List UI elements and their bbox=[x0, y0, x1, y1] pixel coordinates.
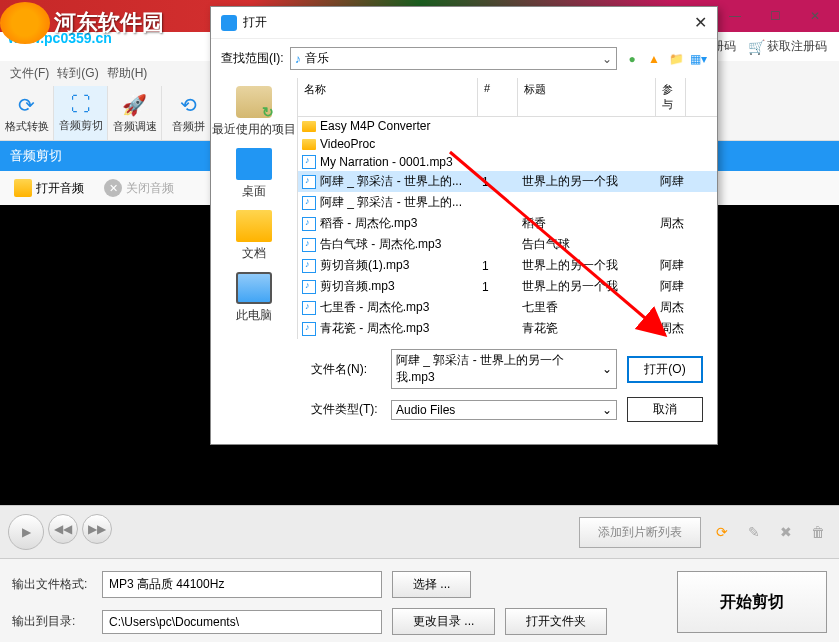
output-panel: 输出文件格式: MP3 高品质 44100Hz 选择 ... 输出到目录: C:… bbox=[0, 559, 839, 642]
menu-help[interactable]: 帮助(H) bbox=[107, 65, 148, 82]
open-folder-button[interactable]: 打开文件夹 bbox=[505, 608, 607, 635]
file-name: 剪切音频.mp3 bbox=[320, 278, 482, 295]
next-button[interactable]: ▶▶ bbox=[82, 514, 112, 544]
start-cut-button[interactable]: 开始剪切 bbox=[677, 571, 827, 633]
audio-file-icon bbox=[302, 259, 316, 273]
col-number[interactable]: # bbox=[478, 78, 518, 116]
back-icon[interactable]: ● bbox=[623, 50, 641, 68]
col-extra[interactable]: 参与 bbox=[656, 78, 686, 116]
get-reg-code-button[interactable]: 🛒获取注册码 bbox=[744, 36, 831, 57]
file-title: 告白气球 bbox=[522, 236, 660, 253]
filename-value: 阿肆 _ 郭采洁 - 世界上的另一个我.mp3 bbox=[396, 352, 602, 386]
pc-icon bbox=[236, 272, 272, 304]
right-controls: ⟳ ✎ ✖ 🗑 bbox=[709, 519, 831, 545]
dialog-close-button[interactable]: ✕ bbox=[694, 13, 707, 32]
window-max-button[interactable]: ☐ bbox=[755, 2, 795, 30]
sidebar-docs[interactable]: 文档 bbox=[236, 210, 272, 262]
music-icon: ♪ bbox=[295, 52, 301, 66]
delete-icon[interactable]: ✖ bbox=[773, 519, 799, 545]
open-dialog: 打开 ✕ 查找范围(I): ♪ 音乐 ⌄ ● ▲ 📁 ▦▾ 最近使用的项目桌面文… bbox=[210, 6, 718, 445]
look-in-combo[interactable]: ♪ 音乐 ⌄ bbox=[290, 47, 617, 70]
file-extra: 阿肆 bbox=[660, 278, 690, 295]
file-title: 世界上的另一个我 bbox=[522, 173, 660, 190]
dialog-app-icon bbox=[221, 15, 237, 31]
toolbar-格式转换[interactable]: ⟳格式转换 bbox=[0, 86, 54, 140]
look-in-label: 查找范围(I): bbox=[221, 50, 284, 67]
file-row[interactable]: 剪切音频(1).mp31世界上的另一个我阿肆 bbox=[298, 255, 717, 276]
file-row[interactable]: 告白气球 - 周杰伦.mp3告白气球 bbox=[298, 234, 717, 255]
file-list-header: 名称 # 标题 参与 bbox=[298, 78, 717, 117]
file-row[interactable]: 阿肆 _ 郭采洁 - 世界上的... bbox=[298, 192, 717, 213]
sidebar-desktop[interactable]: 桌面 bbox=[236, 148, 272, 200]
sidebar-label: 文档 bbox=[242, 245, 266, 262]
new-folder-icon[interactable]: 📁 bbox=[667, 50, 685, 68]
sidebar-recent[interactable]: 最近使用的项目 bbox=[212, 86, 296, 138]
toolbar-音频调速[interactable]: 🚀音频调速 bbox=[108, 86, 162, 140]
chevron-down-icon: ⌄ bbox=[602, 52, 612, 66]
player-bar: ▶ ◀◀ ▶▶ 添加到片断列表 ⟳ ✎ ✖ 🗑 bbox=[0, 505, 839, 559]
file-row[interactable]: 七里香 - 周杰伦.mp3七里香周杰 bbox=[298, 297, 717, 318]
audio-file-icon bbox=[302, 322, 316, 336]
window-min-button[interactable]: — bbox=[715, 2, 755, 30]
file-name: Easy M4P Converter bbox=[320, 119, 482, 133]
col-name[interactable]: 名称 bbox=[298, 78, 478, 116]
file-row[interactable]: 青花瓷 - 周杰伦.mp3青花瓷周杰 bbox=[298, 318, 717, 339]
file-title: 七里香 bbox=[522, 299, 660, 316]
filetype-label: 文件类型(T): bbox=[311, 401, 381, 418]
toolbar-icon: ⛶ bbox=[71, 93, 91, 116]
nav-icons: ● ▲ 📁 ▦▾ bbox=[623, 50, 707, 68]
file-row[interactable]: 剪切音频.mp31世界上的另一个我阿肆 bbox=[298, 276, 717, 297]
file-name: 阿肆 _ 郭采洁 - 世界上的... bbox=[320, 194, 482, 211]
file-list[interactable]: Easy M4P ConverterVideoProcMy Narration … bbox=[298, 117, 717, 339]
output-format-field[interactable]: MP3 高品质 44100Hz bbox=[102, 571, 382, 598]
file-row[interactable]: 稻香 - 周杰伦.mp3稻香周杰 bbox=[298, 213, 717, 234]
file-row[interactable]: 阿肆 _ 郭采洁 - 世界上的...1世界上的另一个我阿肆 bbox=[298, 171, 717, 192]
up-icon[interactable]: ▲ bbox=[645, 50, 663, 68]
play-button[interactable]: ▶ bbox=[8, 514, 44, 550]
watermark-text: 河东软件园 bbox=[54, 8, 164, 38]
dialog-body: 最近使用的项目桌面文档此电脑 名称 # 标题 参与 Easy M4P Conve… bbox=[211, 78, 717, 339]
edit-icon[interactable]: ✎ bbox=[741, 519, 767, 545]
output-dir-field[interactable]: C:\Users\pc\Documents\ bbox=[102, 610, 382, 634]
cart-icon: 🛒 bbox=[748, 39, 765, 55]
col-title[interactable]: 标题 bbox=[518, 78, 656, 116]
folder-icon bbox=[302, 139, 316, 150]
file-row[interactable]: VideoProc bbox=[298, 135, 717, 153]
output-format-label: 输出文件格式: bbox=[12, 576, 92, 593]
file-row[interactable]: My Narration - 0001.mp3 bbox=[298, 153, 717, 171]
file-extra: 周杰 bbox=[660, 215, 690, 232]
toolbar-label: 音频调速 bbox=[113, 119, 157, 134]
toolbar-音频剪切[interactable]: ⛶音频剪切 bbox=[54, 86, 108, 140]
change-dir-button[interactable]: 更改目录 ... bbox=[392, 608, 495, 635]
file-title: 青花瓷 bbox=[522, 320, 660, 337]
window-close-button[interactable]: ✕ bbox=[795, 2, 835, 30]
open-button[interactable]: 打开(O) bbox=[627, 356, 703, 383]
close-audio-button[interactable]: ✕关闭音频 bbox=[98, 177, 180, 199]
choose-format-button[interactable]: 选择 ... bbox=[392, 571, 471, 598]
file-name: VideoProc bbox=[320, 137, 482, 151]
prev-button[interactable]: ◀◀ bbox=[48, 514, 78, 544]
trash-icon[interactable]: 🗑 bbox=[805, 519, 831, 545]
file-extra: 周杰 bbox=[660, 299, 690, 316]
file-name: My Narration - 0001.mp3 bbox=[320, 155, 482, 169]
filename-input[interactable]: 阿肆 _ 郭采洁 - 世界上的另一个我.mp3⌄ bbox=[391, 349, 617, 389]
cancel-button[interactable]: 取消 bbox=[627, 397, 703, 422]
open-audio-button[interactable]: 打开音频 bbox=[8, 177, 90, 199]
look-in-row: 查找范围(I): ♪ 音乐 ⌄ ● ▲ 📁 ▦▾ bbox=[211, 39, 717, 78]
toolbar-音频拼[interactable]: ⟲音频拼 bbox=[162, 86, 216, 140]
audio-file-icon bbox=[302, 196, 316, 210]
view-icon[interactable]: ▦▾ bbox=[689, 50, 707, 68]
file-name: 告白气球 - 周杰伦.mp3 bbox=[320, 236, 482, 253]
menu-file[interactable]: 文件(F) bbox=[10, 65, 49, 82]
filetype-combo[interactable]: Audio Files⌄ bbox=[391, 400, 617, 420]
add-segment-button[interactable]: 添加到片断列表 bbox=[579, 517, 701, 548]
reload-icon[interactable]: ⟳ bbox=[709, 519, 735, 545]
menu-goto[interactable]: 转到(G) bbox=[57, 65, 98, 82]
look-in-value: 音乐 bbox=[305, 50, 329, 67]
audio-file-icon bbox=[302, 301, 316, 315]
file-row[interactable]: Easy M4P Converter bbox=[298, 117, 717, 135]
toolbar-label: 音频拼 bbox=[172, 119, 205, 134]
audio-file-icon bbox=[302, 155, 316, 169]
file-title: 世界上的另一个我 bbox=[522, 278, 660, 295]
sidebar-pc[interactable]: 此电脑 bbox=[236, 272, 272, 324]
